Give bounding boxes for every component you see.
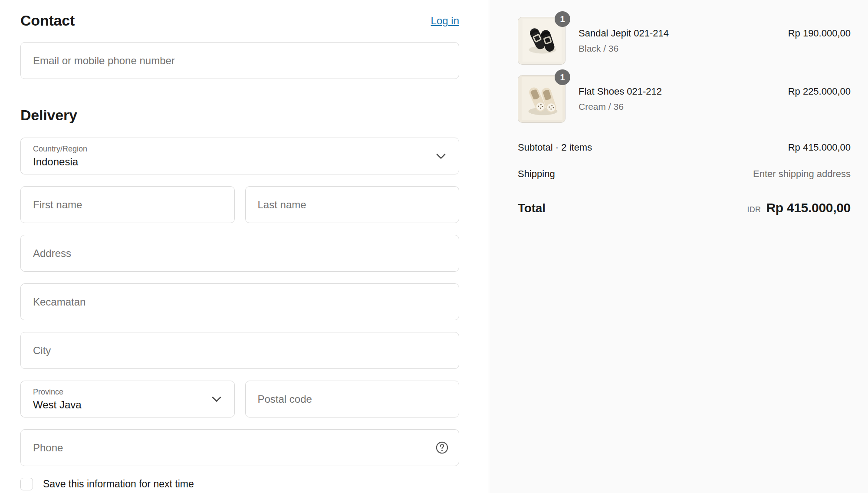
- quantity-badge: 1: [555, 69, 570, 85]
- city-input[interactable]: [20, 332, 459, 369]
- product-thumbnail-wrap: 1: [518, 75, 566, 123]
- shipping-row: Shipping Enter shipping address: [518, 168, 851, 180]
- email-or-phone-input[interactable]: [20, 42, 459, 79]
- total-row: Total IDR Rp 415.000,00: [518, 200, 851, 215]
- subtotal-value: Rp 415.000,00: [788, 142, 851, 153]
- quantity-badge: 1: [555, 11, 570, 27]
- delivery-form: Country/Region Indonesia Province We: [20, 138, 459, 490]
- cost-summary: Subtotal · 2 items Rp 415.000,00 Shippin…: [518, 142, 851, 215]
- subtotal-row: Subtotal · 2 items Rp 415.000,00: [518, 142, 851, 153]
- name-row: [20, 186, 459, 223]
- save-info-row: Save this information for next time: [20, 478, 459, 490]
- product-info: Sandal Jepit 021-214 Black / 36: [579, 28, 788, 54]
- product-price: Rp 225.000,00: [788, 86, 851, 97]
- shipping-value: Enter shipping address: [753, 168, 851, 180]
- phone-field-wrap: [20, 429, 459, 466]
- product-variant: Cream / 36: [579, 101, 788, 112]
- total-amount: IDR Rp 415.000,00: [747, 200, 851, 215]
- province-select-text: Province West Java: [33, 388, 82, 411]
- province-postal-row: Province West Java: [20, 381, 459, 417]
- checkout-form-panel: Contact Log in Delivery Country/Region I…: [0, 0, 489, 493]
- province-select[interactable]: Province West Java: [20, 381, 235, 417]
- first-name-input[interactable]: [20, 186, 235, 223]
- product-name: Flat Shoes 021-212: [579, 86, 788, 97]
- cart-item: 1 Flat Shoes 021-212 Cream / 36 Rp 225.0…: [518, 75, 851, 123]
- kecamatan-input[interactable]: [20, 283, 459, 320]
- country-select[interactable]: Country/Region Indonesia: [20, 138, 459, 174]
- save-info-checkbox[interactable]: [20, 478, 33, 490]
- province-select-value: West Java: [33, 399, 82, 411]
- product-thumbnail-wrap: 1: [518, 17, 566, 65]
- chevron-down-icon: [212, 396, 221, 402]
- phone-input[interactable]: [20, 429, 459, 466]
- subtotal-label: Subtotal · 2 items: [518, 142, 592, 153]
- country-select-value: Indonesia: [33, 156, 87, 168]
- contact-title: Contact: [20, 12, 75, 29]
- product-name: Sandal Jepit 021-214: [579, 28, 788, 39]
- delivery-title: Delivery: [20, 107, 459, 124]
- total-label: Total: [518, 201, 546, 215]
- help-icon[interactable]: [436, 441, 448, 454]
- postal-code-input[interactable]: [245, 381, 460, 417]
- address-input[interactable]: [20, 235, 459, 272]
- contact-header: Contact Log in: [20, 12, 459, 29]
- shipping-label: Shipping: [518, 168, 555, 180]
- last-name-input[interactable]: [245, 186, 460, 223]
- cart-item: 1 Sandal Jepit 021-214 Black / 36 Rp 190…: [518, 17, 851, 65]
- chevron-down-icon: [436, 153, 446, 159]
- province-select-label: Province: [33, 388, 82, 397]
- order-summary-panel: 1 Sandal Jepit 021-214 Black / 36 Rp 190…: [489, 0, 868, 493]
- product-info: Flat Shoes 021-212 Cream / 36: [579, 86, 788, 112]
- total-currency: IDR: [747, 205, 761, 214]
- save-info-label: Save this information for next time: [43, 478, 194, 490]
- total-value: Rp 415.000,00: [766, 200, 851, 215]
- product-variant: Black / 36: [579, 43, 788, 54]
- country-select-text: Country/Region Indonesia: [33, 145, 87, 168]
- login-link[interactable]: Log in: [431, 15, 459, 27]
- country-select-label: Country/Region: [33, 145, 87, 154]
- product-price: Rp 190.000,00: [788, 28, 851, 39]
- checkout-page: Contact Log in Delivery Country/Region I…: [0, 0, 868, 493]
